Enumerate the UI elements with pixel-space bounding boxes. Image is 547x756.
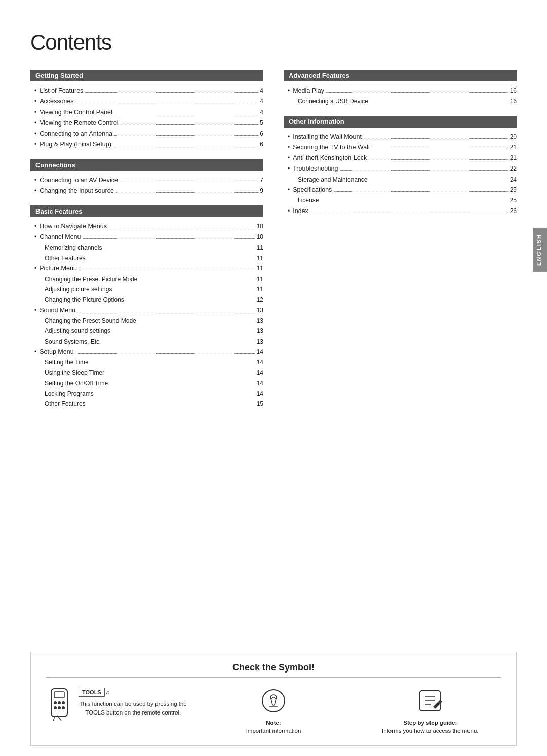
basic-features-list: How to Navigate Menus 10 Channel Menu 10…: [30, 221, 263, 409]
list-item: Specifications 25: [286, 185, 517, 195]
section-other-information: Other Information Installing the Wall Mo…: [284, 116, 517, 217]
right-column: Advanced Features Media Play 16 Connecti…: [284, 70, 517, 632]
page-title: Contents: [30, 30, 517, 55]
list-item: Other Features 15: [32, 399, 263, 409]
list-item: Changing the Preset Sound Mode 13: [32, 316, 263, 326]
tools-description: This function can be used by pressing th…: [79, 700, 187, 718]
list-item: Anti-theft Kensington Lock 21: [286, 153, 517, 163]
tools-badge: TOOLS: [79, 688, 105, 697]
svg-point-5: [54, 706, 57, 709]
step-label: Step by step guide:: [403, 720, 457, 726]
list-item: Using the Sleep Timer 14: [32, 368, 263, 378]
list-item: Connecting to an Antenna 6: [32, 129, 263, 139]
section-header-advanced-features: Advanced Features: [284, 70, 517, 81]
list-item: List of Features 4: [32, 86, 263, 96]
svg-point-3: [58, 701, 61, 704]
section-header-basic-features: Basic Features: [30, 205, 263, 217]
step-icon: [417, 688, 443, 714]
list-item: Locking Programs 14: [32, 389, 263, 399]
list-item: License 25: [286, 195, 517, 205]
section-header-other-information: Other Information: [284, 116, 517, 128]
list-item: Viewing the Remote Control 5: [32, 118, 263, 129]
list-item: Setting the Time 14: [32, 357, 263, 367]
symbols-row: TOOLS ♫ This function can be used by pre…: [46, 688, 501, 735]
list-item: Plug & Play (Initial Setup) 6: [32, 139, 263, 150]
list-item: Viewing the Control Panel 4: [32, 107, 263, 118]
check-symbol-section: Check the Symbol!: [30, 652, 517, 746]
left-column: Getting Started List of Features 4 Acces…: [30, 70, 263, 632]
check-symbol-title: Check the Symbol!: [46, 662, 501, 678]
list-item: Installing the Wall Mount 20: [286, 132, 517, 142]
list-item: Memorizing channels 11: [32, 243, 263, 253]
list-item: Index 26: [286, 206, 517, 217]
svg-rect-1: [54, 692, 64, 698]
section-basic-features: Basic Features How to Navigate Menus 10 …: [30, 205, 263, 409]
list-item: Sound Systems, Etc. 13: [32, 337, 263, 347]
remote-icon: [46, 688, 72, 721]
connections-list: Connecting to an AV Device 7 Changing th…: [30, 175, 263, 197]
list-item: Securing the TV to the Wall 21: [286, 142, 517, 153]
list-item: How to Navigate Menus 10: [32, 221, 263, 232]
list-item: Picture Menu 11: [32, 263, 263, 274]
list-item: Changing the Picture Options 12: [32, 295, 263, 305]
list-item: Changing the Input source 9: [32, 186, 263, 196]
list-item: Storage and Maintenance 24: [286, 175, 517, 185]
list-item: Setting the On/Off Time 14: [32, 378, 263, 388]
section-connections: Connections Connecting to an AV Device 7…: [30, 159, 263, 197]
advanced-features-list: Media Play 16 Connecting a USB Device 16: [284, 86, 517, 107]
list-item: Accessories 4: [32, 96, 263, 107]
section-header-connections: Connections: [30, 159, 263, 171]
step-description: Informs you how to access the menu.: [382, 727, 478, 735]
section-advanced-features: Advanced Features Media Play 16 Connecti…: [284, 70, 517, 107]
getting-started-list: List of Features 4 Accessories 4 Viewing…: [30, 86, 263, 150]
note-icon: [260, 688, 287, 714]
note-symbol-block: Note: Important information: [203, 688, 344, 735]
list-item: Channel Menu 10: [32, 232, 263, 242]
list-item: Setup Menu 14: [32, 347, 263, 357]
svg-point-7: [62, 706, 65, 709]
svg-point-4: [62, 701, 65, 704]
list-item: Media Play 16: [286, 86, 517, 96]
list-item: Connecting a USB Device 16: [286, 96, 517, 106]
note-description: Important information: [246, 727, 301, 735]
list-item: Adjusting picture settings 11: [32, 284, 263, 295]
svg-point-2: [54, 701, 57, 704]
language-tab: ENGLISH: [533, 228, 547, 272]
list-item: Troubleshooting 22: [286, 163, 517, 174]
tools-symbol-block: TOOLS ♫ This function can be used by pre…: [46, 688, 187, 722]
section-getting-started: Getting Started List of Features 4 Acces…: [30, 70, 263, 150]
list-item: Changing the Preset Picture Mode 11: [32, 274, 263, 284]
other-information-list: Installing the Wall Mount 20 Securing th…: [284, 132, 517, 217]
list-item: Other Features 11: [32, 253, 263, 263]
svg-point-10: [262, 690, 285, 712]
list-item: Adjusting sound settings 13: [32, 326, 263, 336]
list-item: Connecting to an AV Device 7: [32, 175, 263, 186]
section-header-getting-started: Getting Started: [30, 70, 263, 81]
svg-point-6: [58, 706, 61, 709]
step-symbol-block: Step by step guide: Informs you how to a…: [360, 688, 501, 735]
list-item: Sound Menu 13: [32, 305, 263, 316]
note-label: Note:: [266, 720, 281, 726]
